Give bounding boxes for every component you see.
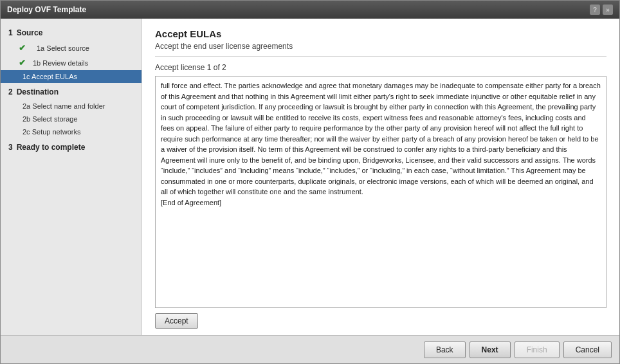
destination-label: Destination [17, 87, 59, 96]
source-label: Source [17, 28, 43, 37]
sidebar: 1 Source ✔ 1a Select source ✔ 1b Review … [1, 19, 142, 335]
back-button[interactable]: Back [424, 341, 466, 358]
right-panel: Accept EULAs Accept the end user license… [142, 19, 619, 335]
panel-subtitle: Accept the end user license agreements [155, 42, 606, 57]
titlebar: Deploy OVF Template ? » [1, 1, 619, 19]
sidebar-section-ready: 3 Ready to complete [1, 140, 141, 155]
sidebar-label-2b-text: 2b Select storage [23, 115, 78, 123]
sidebar-item-1a[interactable]: ✔ 1a Select source [1, 41, 141, 55]
license-text-scroll[interactable]: full force and effect. The parties ackno… [155, 76, 606, 308]
sidebar-label-2a-text: 2a Select name and folder [23, 102, 105, 110]
accept-button[interactable]: Accept [155, 313, 198, 329]
check-icon-1b: ✔ [19, 58, 29, 68]
sidebar-item-2c[interactable]: 2c Setup networks [1, 125, 141, 138]
ready-label: Ready to complete [17, 143, 86, 152]
finish-button[interactable]: Finish [515, 341, 560, 358]
sidebar-label-1b-text: 1b Review details [33, 59, 88, 67]
sidebar-section-title-ready: 3 Ready to complete [1, 140, 141, 155]
expand-icon[interactable]: » [603, 5, 613, 15]
sidebar-label-2c-text: 2c Setup networks [23, 128, 81, 136]
main-content: 1 Source ✔ 1a Select source ✔ 1b Review … [1, 19, 619, 335]
accept-button-wrapper: Accept [155, 313, 606, 329]
deploy-ovf-window: Deploy OVF Template ? » 1 Source ✔ 1a Se… [0, 0, 620, 364]
sidebar-section-destination: 2 Destination 2a Select name and folder … [1, 84, 141, 138]
sidebar-item-2b[interactable]: 2b Select storage [1, 113, 141, 125]
bottom-bar: Back Next Finish Cancel [1, 335, 619, 363]
sidebar-label-1c-text: 1c Accept EULAs [23, 73, 77, 80]
sidebar-item-2a[interactable]: 2a Select name and folder [1, 100, 141, 113]
sidebar-item-1c[interactable]: 1c Accept EULAs [1, 70, 141, 83]
panel-title: Accept EULAs [155, 28, 606, 39]
license-text-body: full force and effect. The parties ackno… [161, 80, 601, 197]
help-icon[interactable]: ? [590, 5, 600, 15]
sidebar-label-1a-text: 1a Select source [37, 44, 89, 52]
sidebar-section-title-source: 1 Source [1, 25, 141, 41]
sidebar-section-source: 1 Source ✔ 1a Select source ✔ 1b Review … [1, 25, 141, 83]
window-title: Deploy OVF Template [7, 5, 86, 14]
check-icon-1a: ✔ [19, 43, 29, 53]
sidebar-item-1b[interactable]: ✔ 1b Review details [1, 55, 141, 70]
titlebar-icons: ? » [590, 5, 613, 15]
license-counter: Accept license 1 of 2 [155, 63, 606, 72]
end-of-agreement: [End of Agreement] [161, 197, 601, 208]
license-scroll-wrapper: full force and effect. The parties ackno… [155, 76, 606, 308]
sidebar-section-title-destination: 2 Destination [1, 84, 141, 100]
next-button[interactable]: Next [470, 341, 511, 358]
cancel-button[interactable]: Cancel [563, 341, 612, 358]
